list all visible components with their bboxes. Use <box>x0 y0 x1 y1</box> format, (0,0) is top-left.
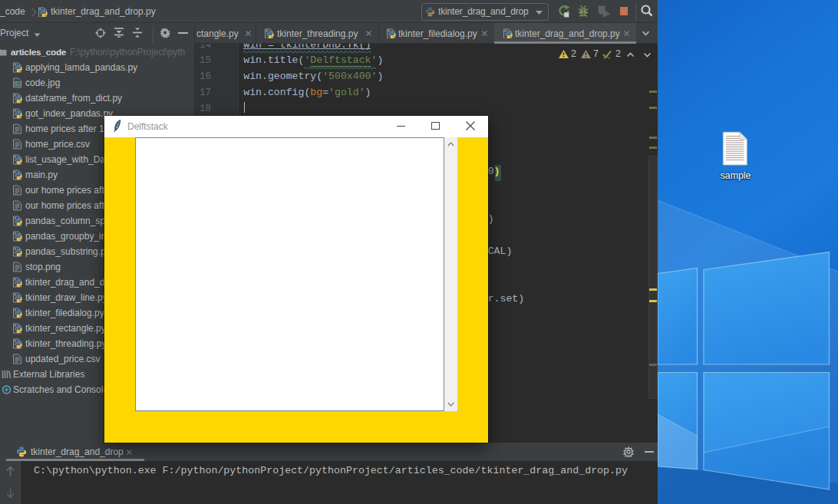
svg-text:sample: sample <box>721 170 751 181</box>
